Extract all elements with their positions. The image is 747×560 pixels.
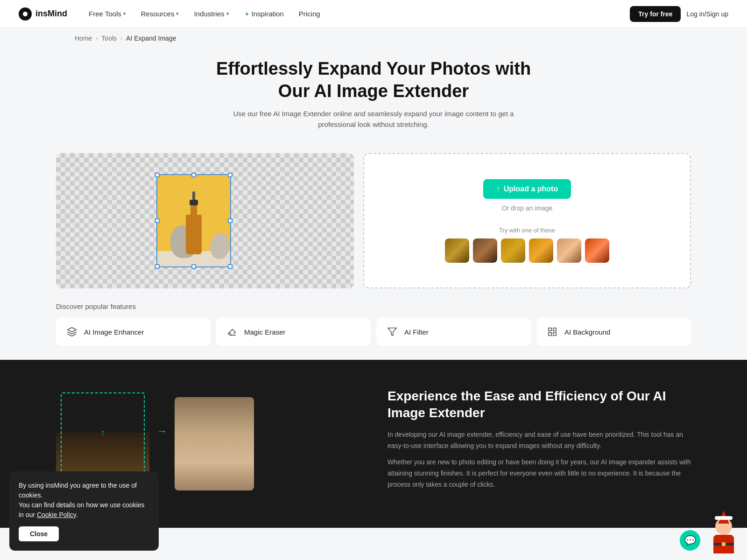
hero-section: Effortlessly Expand Your Photos with Our…: [0, 49, 747, 144]
nav-free-tools[interactable]: Free Tools ▾: [82, 6, 133, 21]
cookie-close-button[interactable]: Close: [19, 526, 59, 528]
santa-hat-band: [715, 516, 733, 520]
filter-icon: [386, 325, 399, 338]
cookie-policy-link[interactable]: Cookie Policy: [37, 511, 76, 518]
feature-magic-eraser[interactable]: Magic Eraser: [216, 318, 371, 346]
lower-para-1: In developing our AI image extender, eff…: [388, 429, 691, 452]
cookie-text: By using insMind you agree to the use of…: [19, 481, 149, 520]
bottle-neck: [190, 205, 197, 215]
sample-image-2[interactable]: [473, 238, 497, 263]
nav-inspiration[interactable]: ✦ Inspiration: [238, 6, 290, 21]
hero-subtitle: Use our free AI Image Extender online an…: [215, 109, 532, 130]
layers-icon: [65, 325, 78, 338]
sample-image-1[interactable]: [445, 238, 469, 263]
svg-rect-5: [553, 333, 556, 336]
rock-right: [210, 233, 229, 259]
santa-character: [710, 518, 738, 528]
breadcrumb-current: AI Expand Image: [126, 35, 176, 42]
transform-arrow: →: [157, 425, 167, 437]
product-bg: [156, 174, 231, 267]
santa-head: [715, 518, 732, 528]
sample-image-4[interactable]: [529, 238, 553, 263]
drop-label: Or drop an image: [502, 204, 553, 212]
cookie-banner: By using insMind you agree to the use of…: [9, 471, 159, 528]
breadcrumb-sep-1: ›: [96, 35, 98, 42]
feature-ai-filter[interactable]: AI Filter: [376, 318, 531, 346]
try-these-label: Try with one of these: [445, 227, 609, 234]
upload-icon: ↑: [496, 185, 500, 193]
chevron-down-icon: ▾: [176, 11, 179, 17]
eraser-icon: [226, 325, 239, 338]
logo[interactable]: insMind: [19, 7, 67, 21]
svg-marker-0: [68, 328, 76, 332]
sample-image-5[interactable]: [557, 238, 581, 263]
nav-pricing[interactable]: Pricing: [292, 6, 327, 21]
bottle-body: [186, 215, 202, 254]
lower-text: Experience the Ease and Efficiency of Ou…: [388, 388, 691, 496]
login-button[interactable]: Log in/Sign up: [686, 10, 728, 18]
breadcrumb-home[interactable]: Home: [75, 35, 92, 42]
lower-image-after: [175, 397, 254, 490]
breadcrumb-tools[interactable]: Tools: [101, 35, 117, 42]
svg-rect-4: [553, 328, 556, 331]
preview-panel: [56, 153, 354, 288]
hero-title: Effortlessly Expand Your Photos with Our…: [198, 58, 549, 102]
lower-image-after-content: [175, 397, 254, 490]
nav-actions: Try for free Log in/Sign up: [630, 6, 728, 22]
try-these-container: Try with one of these: [445, 227, 609, 263]
breadcrumb: Home › Tools › AI Expand Image: [0, 28, 747, 49]
lower-title: Experience the Ease and Efficiency of Ou…: [388, 388, 691, 422]
upload-button[interactable]: ↑ Upload a photo: [483, 179, 571, 199]
nav-links: Free Tools ▾ Resources ▾ Industries ▾ ✦ …: [82, 6, 630, 21]
nav-industries[interactable]: Industries ▾: [187, 6, 235, 21]
features-cards: AI Image Enhancer Magic Eraser AI Filter: [56, 318, 691, 346]
sample-image-6[interactable]: [585, 238, 609, 263]
features-section: Discover popular features AI Image Enhan…: [0, 302, 747, 360]
upload-panel[interactable]: ↑ Upload a photo Or drop an image Try wi…: [363, 153, 691, 288]
feature-ai-background[interactable]: AI Background: [536, 318, 691, 346]
svg-marker-2: [388, 328, 396, 336]
svg-rect-3: [549, 328, 551, 331]
product-image-container: [156, 174, 231, 267]
sample-images: [445, 238, 609, 263]
nav-resources[interactable]: Resources ▾: [134, 6, 186, 21]
bottle-cap: [190, 200, 198, 205]
chevron-down-icon: ▾: [123, 11, 126, 17]
lower-para-2: Whether you are new to photo editing or …: [388, 457, 691, 490]
logo-icon: [19, 7, 32, 21]
expand-icon: ↑: [101, 428, 105, 438]
chevron-down-icon: ▾: [226, 11, 229, 17]
breadcrumb-sep-2: ›: [120, 35, 122, 42]
logo-text: insMind: [35, 9, 67, 19]
sample-image-3[interactable]: [501, 238, 525, 263]
grid-icon: [546, 325, 559, 338]
navbar: insMind Free Tools ▾ Resources ▾ Industr…: [0, 0, 747, 28]
features-title: Discover popular features: [56, 302, 691, 310]
svg-rect-6: [549, 333, 551, 336]
star-icon: ✦: [244, 10, 250, 18]
feature-ai-image-enhancer[interactable]: AI Image Enhancer: [56, 318, 211, 346]
svg-line-1: [230, 333, 232, 335]
try-for-free-button[interactable]: Try for free: [630, 6, 681, 22]
tool-area: ↑ Upload a photo Or drop an image Try wi…: [0, 144, 747, 302]
